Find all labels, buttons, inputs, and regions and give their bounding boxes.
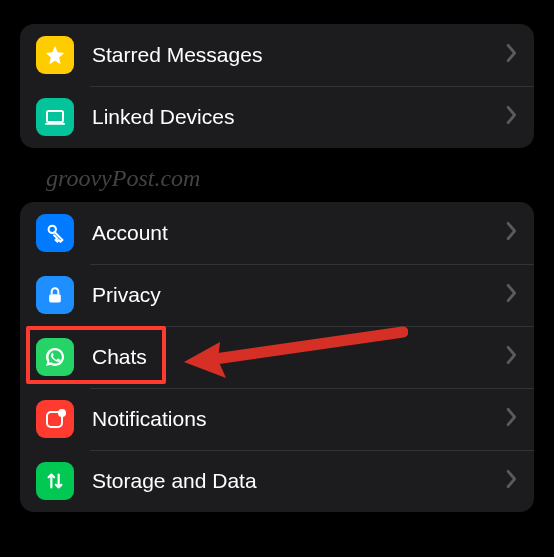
row-label: Account xyxy=(92,221,506,245)
row-label: Notifications xyxy=(92,407,506,431)
arrows-updown-icon xyxy=(36,462,74,500)
row-label: Linked Devices xyxy=(92,105,506,129)
row-starred-messages[interactable]: Starred Messages xyxy=(20,24,534,86)
row-chats[interactable]: Chats xyxy=(20,326,534,388)
row-label: Chats xyxy=(92,345,506,369)
lock-icon xyxy=(36,276,74,314)
chevron-right-icon xyxy=(506,222,518,244)
key-icon xyxy=(36,214,74,252)
row-account[interactable]: Account xyxy=(20,202,534,264)
settings-section-2: Account Privacy Chats Notifications xyxy=(20,202,534,512)
chevron-right-icon xyxy=(506,284,518,306)
chevron-right-icon xyxy=(506,408,518,430)
row-privacy[interactable]: Privacy xyxy=(20,264,534,326)
svg-rect-1 xyxy=(45,123,65,125)
laptop-icon xyxy=(36,98,74,136)
row-linked-devices[interactable]: Linked Devices xyxy=(20,86,534,148)
settings-section-1: Starred Messages Linked Devices xyxy=(20,24,534,148)
svg-rect-3 xyxy=(49,294,61,302)
chevron-right-icon xyxy=(506,346,518,368)
chevron-right-icon xyxy=(506,44,518,66)
row-label: Starred Messages xyxy=(92,43,506,67)
row-notifications[interactable]: Notifications xyxy=(20,388,534,450)
watermark-text: groovyPost.com xyxy=(46,165,200,192)
svg-rect-0 xyxy=(47,111,63,122)
star-icon xyxy=(36,36,74,74)
notification-icon xyxy=(36,400,74,438)
svg-point-5 xyxy=(58,409,66,417)
chevron-right-icon xyxy=(506,106,518,128)
row-label: Storage and Data xyxy=(92,469,506,493)
chevron-right-icon xyxy=(506,470,518,492)
row-label: Privacy xyxy=(92,283,506,307)
row-storage-data[interactable]: Storage and Data xyxy=(20,450,534,512)
whatsapp-icon xyxy=(36,338,74,376)
